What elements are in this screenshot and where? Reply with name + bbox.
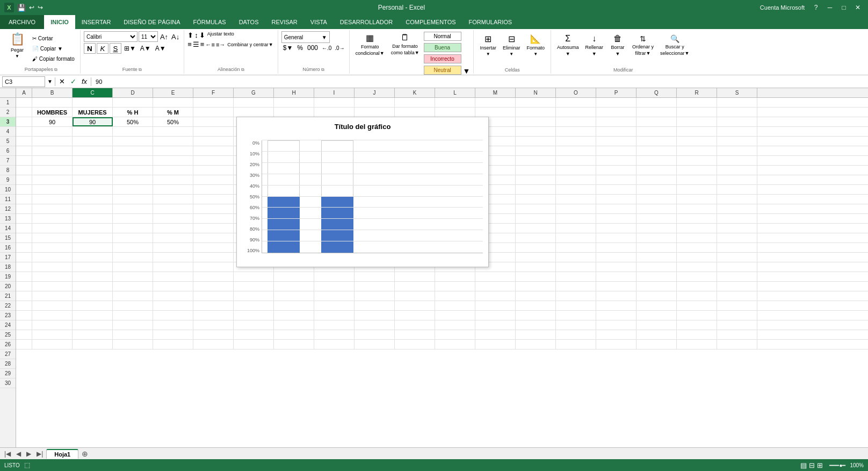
merge-center-btn[interactable]: Combinar y centrar▼: [226, 42, 274, 47]
row-header-25[interactable]: 25: [0, 330, 16, 340]
view-normal-btn[interactable]: ▤: [800, 461, 807, 466]
cell-n3[interactable]: [516, 117, 556, 126]
cell-b3[interactable]: 90: [32, 117, 73, 126]
row-header-28[interactable]: 28: [0, 359, 16, 369]
col-header-k[interactable]: K: [395, 88, 435, 97]
cell-o1[interactable]: [556, 98, 596, 107]
col-header-l[interactable]: L: [435, 88, 475, 97]
function-icon[interactable]: fx: [80, 77, 89, 85]
tab-inicio[interactable]: INICIO: [44, 15, 75, 29]
cell-k2[interactable]: [395, 108, 435, 117]
cell-s3[interactable]: [717, 117, 757, 126]
row-header-22[interactable]: 22: [0, 301, 16, 311]
fill-btn[interactable]: ↓ Rellenar▼: [583, 31, 606, 59]
grow-font-btn[interactable]: A↑: [159, 33, 169, 41]
find-select-btn[interactable]: 🔍 Buscar yseleccionar▼: [657, 31, 692, 59]
undo-btn[interactable]: ↩: [29, 4, 34, 11]
col-header-q[interactable]: Q: [636, 88, 677, 97]
sheet-nav-next[interactable]: ▶: [24, 450, 33, 458]
align-bottom-btn[interactable]: ⬇: [199, 31, 205, 39]
cell-e2[interactable]: % M: [153, 108, 193, 117]
cell-r1[interactable]: [677, 98, 717, 107]
row-header-19[interactable]: 19: [0, 272, 16, 282]
col-header-p[interactable]: P: [596, 88, 636, 97]
col-header-e[interactable]: E: [153, 88, 193, 97]
cell-n1[interactable]: [516, 98, 556, 107]
cell-e3[interactable]: 50%: [153, 117, 193, 126]
row-header-12[interactable]: 12: [0, 204, 16, 214]
decrease-indent-btn[interactable]: ←≡: [205, 41, 214, 48]
cell-a2[interactable]: [16, 108, 32, 117]
cell-c1[interactable]: [73, 98, 113, 107]
col-header-j[interactable]: J: [355, 88, 395, 97]
italic-btn[interactable]: K: [97, 43, 108, 54]
col-header-r[interactable]: R: [677, 88, 717, 97]
row-header-11[interactable]: 11: [0, 195, 16, 204]
tab-insertar[interactable]: INSERTAR: [75, 15, 118, 29]
cell-q3[interactable]: [636, 117, 677, 126]
styles-expand-btn[interactable]: ▼: [463, 67, 471, 75]
sheet-nav-prev[interactable]: ◀: [14, 450, 23, 458]
col-header-n[interactable]: N: [516, 88, 556, 97]
tab-complementos[interactable]: COMPLEMENTOS: [399, 15, 462, 29]
chart-container[interactable]: Título del gráfico 100% 90% 80% 70% 60% …: [236, 117, 489, 267]
col-header-o[interactable]: O: [556, 88, 596, 97]
cell-m2[interactable]: [475, 108, 516, 117]
row-header-10[interactable]: 10: [0, 185, 16, 195]
formula-input[interactable]: [93, 76, 866, 87]
row-header-3[interactable]: 3: [0, 117, 16, 127]
col-header-h[interactable]: H: [274, 88, 314, 97]
view-page-btn[interactable]: ⊟: [809, 461, 815, 466]
cell-l2[interactable]: [435, 108, 475, 117]
cell-h2[interactable]: [274, 108, 314, 117]
confirm-icon[interactable]: ✓: [69, 77, 78, 85]
copy-btn[interactable]: 📄 Copiar ▼: [30, 44, 77, 53]
font-select[interactable]: Calibri: [84, 31, 138, 42]
col-header-f[interactable]: F: [193, 88, 234, 97]
cell-j1[interactable]: [355, 98, 395, 107]
cell-s2[interactable]: [717, 108, 757, 117]
row-header-30[interactable]: 30: [0, 379, 16, 388]
cell-d2[interactable]: % H: [113, 108, 153, 117]
align-middle-btn[interactable]: ↕: [194, 31, 198, 39]
tab-archivo[interactable]: ARCHIVO: [0, 15, 44, 29]
row-header-24[interactable]: 24: [0, 320, 16, 330]
currency-btn[interactable]: $▼: [281, 44, 295, 52]
fill-color-btn[interactable]: A▼: [139, 45, 153, 52]
row-header-6[interactable]: 6: [0, 146, 16, 156]
cell-r3[interactable]: [677, 117, 717, 126]
cell-f2[interactable]: [193, 108, 234, 117]
cell-p2[interactable]: [596, 108, 636, 117]
conditional-format-btn[interactable]: ▦ Formato condicional▼: [353, 31, 387, 57]
tab-vista[interactable]: VISTA: [304, 15, 334, 29]
number-format-dropdown[interactable]: General▼: [281, 31, 330, 43]
format-btn[interactable]: 📐 Formato ▼: [524, 31, 547, 59]
cell-d1[interactable]: [113, 98, 153, 107]
align-left-btn[interactable]: ≡: [187, 40, 192, 48]
cell-s1[interactable]: [717, 98, 757, 107]
border-btn[interactable]: ⊞▼: [122, 45, 138, 52]
cell-f3[interactable]: [193, 117, 234, 126]
col-header-d[interactable]: D: [113, 88, 153, 97]
close-btn[interactable]: ✕: [852, 2, 864, 13]
align-right-btn[interactable]: ≡: [200, 40, 205, 48]
row-header-18[interactable]: 18: [0, 262, 16, 272]
cell-q1[interactable]: [636, 98, 677, 107]
paste-btn[interactable]: 📋 Pegar ▼: [5, 31, 29, 59]
percent-btn[interactable]: %: [295, 44, 305, 52]
col-header-s[interactable]: S: [717, 88, 757, 97]
redo-btn[interactable]: ↪: [38, 4, 43, 11]
cell-p3[interactable]: [596, 117, 636, 126]
quick-save[interactable]: 💾: [17, 4, 26, 12]
style-neutral[interactable]: Neutral: [424, 66, 461, 75]
format-as-table-btn[interactable]: 🗒 Dar formato como tabla▼: [388, 31, 422, 57]
row-header-4[interactable]: 4: [0, 127, 16, 137]
formula-dropdown-btn[interactable]: ▼: [47, 78, 53, 84]
row-header-7[interactable]: 7: [0, 156, 16, 166]
bold-btn[interactable]: N: [84, 43, 96, 54]
row-header-14[interactable]: 14: [0, 224, 16, 233]
col-header-c[interactable]: C: [73, 88, 113, 97]
cell-i2[interactable]: [314, 108, 355, 117]
cell-f1[interactable]: [193, 98, 234, 107]
row-header-2[interactable]: 2: [0, 108, 16, 117]
